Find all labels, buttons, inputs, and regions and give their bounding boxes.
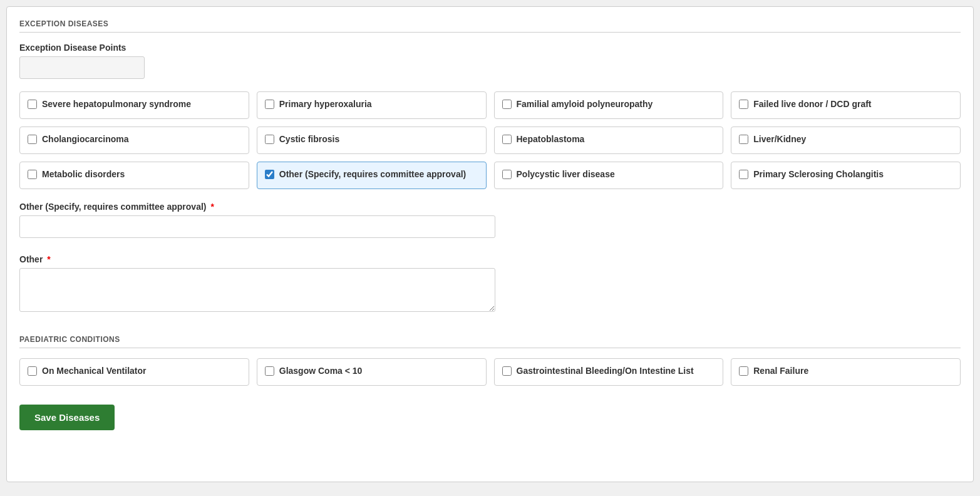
exception-checkbox-item-cb_hb[interactable]: Hepatoblastoma bbox=[494, 127, 724, 154]
exception-checkbox-cb_fldcd[interactable] bbox=[739, 100, 748, 109]
exception-checkbox-cb_chol[interactable] bbox=[28, 135, 37, 144]
paediatric-checkbox-cb_gib[interactable] bbox=[502, 366, 512, 376]
paediatric-checkbox-cb_mv[interactable] bbox=[28, 366, 37, 376]
other-label: Other * bbox=[19, 254, 961, 264]
paediatric-checkbox-item-cb_gib[interactable]: Gastrointestinal Bleeding/On Intestine L… bbox=[494, 358, 724, 386]
exception-checkbox-label-cb_lk: Liver/Kidney bbox=[753, 133, 806, 145]
paediatric-checkbox-label-cb_mv: On Mechanical Ventilator bbox=[42, 365, 147, 376]
paediatric-checkbox-item-cb_gcs[interactable]: Glasgow Coma < 10 bbox=[257, 358, 487, 386]
exception-checkbox-cb_lk[interactable] bbox=[739, 135, 748, 144]
exception-checkbox-item-cb_other_specify[interactable]: Other (Specify, requires committee appro… bbox=[257, 162, 487, 189]
paediatric-checkbox-label-cb_rf: Renal Failure bbox=[753, 365, 808, 376]
other-specify-label: Other (Specify, requires committee appro… bbox=[19, 202, 961, 212]
other-specify-field-group: Other (Specify, requires committee appro… bbox=[19, 202, 961, 248]
exception-checkbox-cb_psc[interactable] bbox=[739, 170, 748, 179]
save-diseases-button[interactable]: Save Diseases bbox=[19, 405, 115, 430]
exception-checkbox-cb_fap[interactable] bbox=[502, 100, 512, 109]
exception-checkbox-cb_ph[interactable] bbox=[265, 100, 274, 109]
exception-checkbox-label-cb_fap: Familial amyloid polyneuropathy bbox=[517, 98, 653, 110]
page-container: EXCEPTION DISEASES Exception Disease Poi… bbox=[6, 6, 974, 482]
exception-checkbox-item-cb_chol[interactable]: Cholangiocarcinoma bbox=[19, 127, 249, 154]
exception-checkbox-label-cb_hb: Hepatoblastoma bbox=[517, 133, 585, 145]
exception-points-label: Exception Disease Points bbox=[19, 43, 961, 53]
exception-checkbox-item-cb_shps[interactable]: Severe hepatopulmonary syndrome bbox=[19, 91, 249, 119]
paediatric-checkbox-item-cb_mv[interactable]: On Mechanical Ventilator bbox=[19, 358, 249, 386]
exception-points-input[interactable] bbox=[19, 56, 145, 79]
exception-checkbox-cb_md[interactable] bbox=[28, 170, 37, 179]
paediatric-conditions-section: PAEDIATRIC CONDITIONS On Mechanical Vent… bbox=[19, 335, 961, 386]
exception-checkbox-item-cb_fap[interactable]: Familial amyloid polyneuropathy bbox=[494, 91, 724, 119]
paediatric-checkbox-label-cb_gib: Gastrointestinal Bleeding/On Intestine L… bbox=[517, 365, 694, 376]
exception-checkbox-item-cb_md[interactable]: Metabolic disorders bbox=[19, 162, 249, 189]
exception-checkbox-item-cb_pld[interactable]: Polycystic liver disease bbox=[494, 162, 724, 189]
exception-checkbox-cb_pld[interactable] bbox=[502, 170, 512, 179]
exception-checkbox-cb_shps[interactable] bbox=[28, 100, 37, 109]
exception-checkbox-label-cb_ph: Primary hyperoxaluria bbox=[279, 98, 372, 110]
other-textarea[interactable] bbox=[19, 268, 495, 312]
exception-checkbox-label-cb_pld: Polycystic liver disease bbox=[517, 168, 615, 180]
exception-diseases-title: EXCEPTION DISEASES bbox=[19, 19, 961, 33]
exception-checkbox-item-cb_fldcd[interactable]: Failed live donor / DCD graft bbox=[731, 91, 961, 119]
paediatric-checkbox-cb_gcs[interactable] bbox=[265, 366, 274, 376]
paediatric-checkbox-item-cb_rf[interactable]: Renal Failure bbox=[731, 358, 961, 386]
exception-checkbox-cb_hb[interactable] bbox=[502, 135, 512, 144]
exception-checkbox-item-cb_ph[interactable]: Primary hyperoxaluria bbox=[257, 91, 487, 119]
exception-checkbox-item-cb_cf[interactable]: Cystic fibrosis bbox=[257, 127, 487, 154]
exception-checkbox-cb_cf[interactable] bbox=[265, 135, 274, 144]
exception-checkbox-item-cb_psc[interactable]: Primary Sclerosing Cholangitis bbox=[731, 162, 961, 189]
exception-checkbox-cb_other_specify[interactable] bbox=[265, 170, 274, 179]
other-field-group: Other * bbox=[19, 254, 961, 329]
exception-checkbox-label-cb_psc: Primary Sclerosing Cholangitis bbox=[753, 168, 884, 180]
other-specify-required-star: * bbox=[209, 202, 214, 212]
exception-checkbox-label-cb_chol: Cholangiocarcinoma bbox=[42, 133, 128, 145]
exception-checkboxes-grid: Severe hepatopulmonary syndromePrimary h… bbox=[19, 91, 961, 189]
exception-checkbox-label-cb_md: Metabolic disorders bbox=[42, 168, 125, 180]
paediatric-conditions-title: PAEDIATRIC CONDITIONS bbox=[19, 335, 961, 348]
exception-checkbox-label-cb_shps: Severe hepatopulmonary syndrome bbox=[42, 98, 191, 110]
other-specify-input[interactable] bbox=[19, 215, 495, 238]
exception-checkbox-label-cb_other_specify: Other (Specify, requires committee appro… bbox=[279, 168, 467, 180]
exception-checkbox-label-cb_fldcd: Failed live donor / DCD graft bbox=[753, 98, 871, 110]
other-required-star: * bbox=[44, 254, 50, 264]
paediatric-checkbox-cb_rf[interactable] bbox=[739, 366, 748, 376]
exception-diseases-section: EXCEPTION DISEASES Exception Disease Poi… bbox=[19, 19, 961, 329]
exception-checkbox-item-cb_lk[interactable]: Liver/Kidney bbox=[731, 127, 961, 154]
paediatric-checkbox-label-cb_gcs: Glasgow Coma < 10 bbox=[279, 365, 363, 376]
exception-checkbox-label-cb_cf: Cystic fibrosis bbox=[279, 133, 339, 145]
paediatric-checkboxes-grid: On Mechanical VentilatorGlasgow Coma < 1… bbox=[19, 358, 961, 386]
